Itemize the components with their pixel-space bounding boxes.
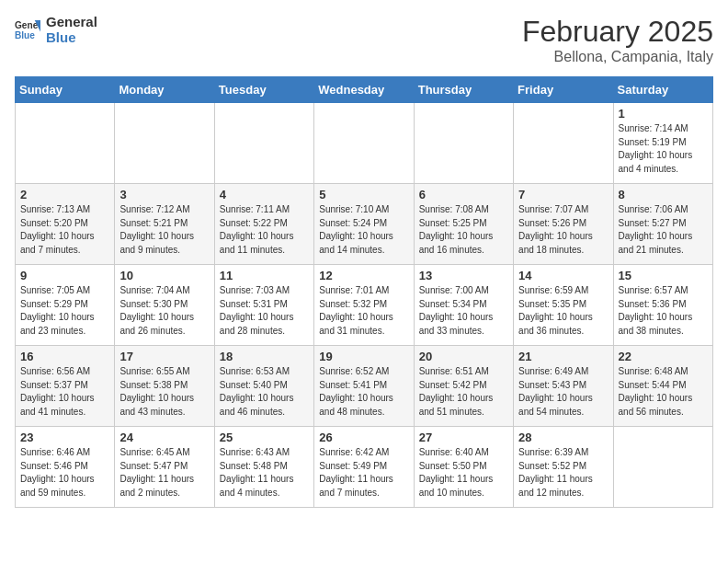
day-number: 28	[518, 431, 608, 444]
calendar-day-cell: 10Sunrise: 7:04 AM Sunset: 5:30 PM Dayli…	[115, 265, 214, 346]
calendar-day-cell	[414, 103, 513, 184]
calendar-day-cell: 17Sunrise: 6:55 AM Sunset: 5:38 PM Dayli…	[115, 346, 214, 427]
day-info: Sunrise: 6:48 AM Sunset: 5:44 PM Dayligh…	[619, 365, 708, 419]
day-number: 22	[619, 350, 708, 363]
day-info: Sunrise: 6:39 AM Sunset: 5:52 PM Dayligh…	[518, 446, 608, 500]
day-info: Sunrise: 7:05 AM Sunset: 5:29 PM Dayligh…	[20, 284, 109, 338]
day-number: 23	[20, 431, 109, 444]
calendar-day-cell: 26Sunrise: 6:42 AM Sunset: 5:49 PM Dayli…	[314, 427, 414, 508]
calendar-day-cell: 27Sunrise: 6:40 AM Sunset: 5:50 PM Dayli…	[414, 427, 513, 508]
day-number: 21	[518, 350, 608, 363]
day-number: 8	[619, 188, 708, 201]
col-header-tuesday: Tuesday	[214, 77, 313, 103]
calendar-day-cell	[115, 103, 214, 184]
day-info: Sunrise: 7:04 AM Sunset: 5:30 PM Dayligh…	[119, 284, 209, 338]
calendar-day-cell: 20Sunrise: 6:51 AM Sunset: 5:42 PM Dayli…	[414, 346, 513, 427]
day-number: 18	[220, 350, 309, 363]
calendar-day-cell: 18Sunrise: 6:53 AM Sunset: 5:40 PM Dayli…	[214, 346, 313, 427]
day-number: 11	[220, 269, 309, 282]
day-info: Sunrise: 7:12 AM Sunset: 5:21 PM Dayligh…	[119, 203, 209, 257]
calendar-day-cell: 5Sunrise: 7:10 AM Sunset: 5:24 PM Daylig…	[314, 184, 414, 265]
title-area: February 2025 Bellona, Campania, Italy	[522, 15, 713, 65]
calendar-day-cell: 13Sunrise: 7:00 AM Sunset: 5:34 PM Dayli…	[414, 265, 513, 346]
day-info: Sunrise: 6:55 AM Sunset: 5:38 PM Dayligh…	[119, 365, 209, 419]
calendar-day-cell: 19Sunrise: 6:52 AM Sunset: 5:41 PM Dayli…	[314, 346, 414, 427]
day-info: Sunrise: 6:45 AM Sunset: 5:47 PM Dayligh…	[119, 446, 209, 500]
calendar-day-cell: 9Sunrise: 7:05 AM Sunset: 5:29 PM Daylig…	[16, 265, 115, 346]
calendar-day-cell: 11Sunrise: 7:03 AM Sunset: 5:31 PM Dayli…	[214, 265, 313, 346]
day-number: 1	[619, 107, 708, 121]
calendar-week-row: 23Sunrise: 6:46 AM Sunset: 5:46 PM Dayli…	[16, 427, 713, 508]
day-info: Sunrise: 6:56 AM Sunset: 5:37 PM Dayligh…	[20, 365, 109, 419]
col-header-monday: Monday	[115, 77, 214, 103]
calendar-day-cell: 3Sunrise: 7:12 AM Sunset: 5:21 PM Daylig…	[115, 184, 214, 265]
day-info: Sunrise: 6:51 AM Sunset: 5:42 PM Dayligh…	[419, 365, 508, 419]
location-subtitle: Bellona, Campania, Italy	[522, 49, 713, 65]
calendar-week-row: 16Sunrise: 6:56 AM Sunset: 5:37 PM Dayli…	[16, 346, 713, 427]
logo: General Blue General Blue	[15, 15, 97, 45]
day-info: Sunrise: 6:53 AM Sunset: 5:40 PM Dayligh…	[220, 365, 309, 419]
col-header-wednesday: Wednesday	[314, 77, 414, 103]
day-info: Sunrise: 7:00 AM Sunset: 5:34 PM Dayligh…	[419, 284, 508, 338]
day-info: Sunrise: 6:52 AM Sunset: 5:41 PM Dayligh…	[319, 365, 408, 419]
logo-blue-text: Blue	[46, 30, 97, 46]
day-number: 12	[319, 269, 408, 282]
day-info: Sunrise: 7:01 AM Sunset: 5:32 PM Dayligh…	[319, 284, 408, 338]
day-info: Sunrise: 7:06 AM Sunset: 5:27 PM Dayligh…	[619, 203, 708, 257]
day-number: 9	[20, 269, 109, 282]
month-year-title: February 2025	[522, 15, 713, 49]
day-info: Sunrise: 7:08 AM Sunset: 5:25 PM Dayligh…	[419, 203, 508, 257]
calendar-day-cell	[214, 103, 313, 184]
day-number: 16	[20, 350, 109, 363]
day-info: Sunrise: 6:49 AM Sunset: 5:43 PM Dayligh…	[518, 365, 608, 419]
calendar-week-row: 1Sunrise: 7:14 AM Sunset: 5:19 PM Daylig…	[16, 103, 713, 184]
day-info: Sunrise: 6:59 AM Sunset: 5:35 PM Dayligh…	[518, 284, 608, 338]
calendar-week-row: 2Sunrise: 7:13 AM Sunset: 5:20 PM Daylig…	[16, 184, 713, 265]
day-info: Sunrise: 7:07 AM Sunset: 5:26 PM Dayligh…	[518, 203, 608, 257]
day-number: 15	[619, 269, 708, 282]
calendar-day-cell	[314, 103, 414, 184]
day-number: 6	[419, 188, 508, 201]
calendar-table: SundayMondayTuesdayWednesdayThursdayFrid…	[15, 76, 713, 508]
calendar-day-cell: 21Sunrise: 6:49 AM Sunset: 5:43 PM Dayli…	[514, 346, 613, 427]
col-header-sunday: Sunday	[16, 77, 115, 103]
day-info: Sunrise: 6:42 AM Sunset: 5:49 PM Dayligh…	[319, 446, 408, 500]
calendar-day-cell	[514, 103, 613, 184]
calendar-day-cell: 24Sunrise: 6:45 AM Sunset: 5:47 PM Dayli…	[115, 427, 214, 508]
day-info: Sunrise: 6:43 AM Sunset: 5:48 PM Dayligh…	[220, 446, 309, 500]
logo-icon: General Blue	[15, 17, 40, 43]
day-number: 10	[119, 269, 209, 282]
calendar-day-cell: 16Sunrise: 6:56 AM Sunset: 5:37 PM Dayli…	[16, 346, 115, 427]
col-header-saturday: Saturday	[613, 77, 712, 103]
calendar-header-row: SundayMondayTuesdayWednesdayThursdayFrid…	[16, 77, 713, 103]
col-header-thursday: Thursday	[414, 77, 513, 103]
calendar-day-cell: 1Sunrise: 7:14 AM Sunset: 5:19 PM Daylig…	[613, 103, 712, 184]
calendar-day-cell: 2Sunrise: 7:13 AM Sunset: 5:20 PM Daylig…	[16, 184, 115, 265]
day-number: 17	[119, 350, 209, 363]
day-number: 27	[419, 431, 508, 444]
calendar-day-cell: 22Sunrise: 6:48 AM Sunset: 5:44 PM Dayli…	[613, 346, 712, 427]
day-info: Sunrise: 6:40 AM Sunset: 5:50 PM Dayligh…	[419, 446, 508, 500]
day-number: 2	[20, 188, 109, 201]
day-number: 24	[119, 431, 209, 444]
day-number: 3	[119, 188, 209, 201]
calendar-day-cell: 6Sunrise: 7:08 AM Sunset: 5:25 PM Daylig…	[414, 184, 513, 265]
calendar-day-cell: 23Sunrise: 6:46 AM Sunset: 5:46 PM Dayli…	[16, 427, 115, 508]
day-number: 4	[220, 188, 309, 201]
calendar-day-cell: 4Sunrise: 7:11 AM Sunset: 5:22 PM Daylig…	[214, 184, 313, 265]
calendar-day-cell: 14Sunrise: 6:59 AM Sunset: 5:35 PM Dayli…	[514, 265, 613, 346]
page-header: General Blue General Blue February 2025 …	[15, 15, 713, 65]
day-number: 25	[220, 431, 309, 444]
calendar-day-cell: 15Sunrise: 6:57 AM Sunset: 5:36 PM Dayli…	[613, 265, 712, 346]
day-number: 14	[518, 269, 608, 282]
day-number: 5	[319, 188, 408, 201]
day-info: Sunrise: 7:13 AM Sunset: 5:20 PM Dayligh…	[20, 203, 109, 257]
calendar-day-cell: 8Sunrise: 7:06 AM Sunset: 5:27 PM Daylig…	[613, 184, 712, 265]
day-info: Sunrise: 7:11 AM Sunset: 5:22 PM Dayligh…	[220, 203, 309, 257]
calendar-day-cell	[16, 103, 115, 184]
calendar-day-cell: 7Sunrise: 7:07 AM Sunset: 5:26 PM Daylig…	[514, 184, 613, 265]
svg-text:Blue: Blue	[15, 30, 35, 40]
logo-general-text: General	[46, 15, 97, 30]
day-number: 20	[419, 350, 508, 363]
day-info: Sunrise: 6:46 AM Sunset: 5:46 PM Dayligh…	[20, 446, 109, 500]
